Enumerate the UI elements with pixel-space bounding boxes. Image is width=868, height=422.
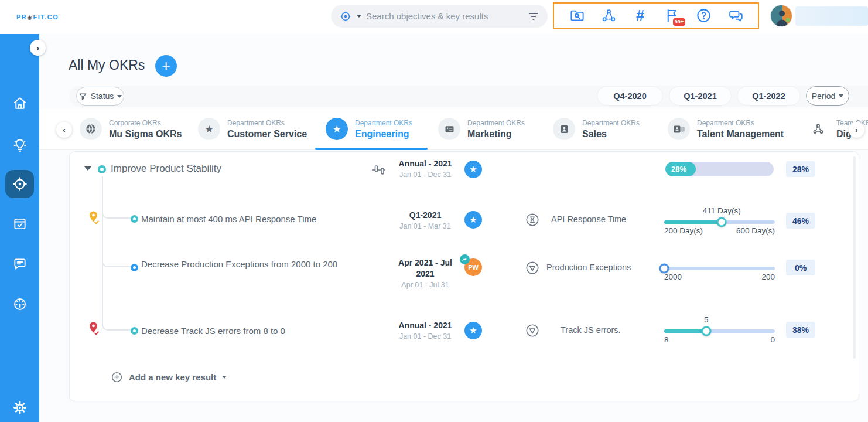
tab-sales[interactable]: Department OKRsSales bbox=[553, 118, 640, 140]
feedback-chat-icon[interactable] bbox=[726, 7, 744, 25]
key-result-progress-badge: 46% bbox=[786, 213, 815, 229]
profit-co-logo: PR◉FIT.CO bbox=[16, 13, 59, 21]
user-avatar[interactable] bbox=[771, 5, 792, 26]
tabs-scroll-left-button[interactable]: ‹ bbox=[56, 122, 72, 138]
period-dropdown-label: Period bbox=[812, 91, 835, 101]
tabs-scroll-right-button[interactable]: › bbox=[849, 122, 864, 138]
slider-handle[interactable] bbox=[701, 326, 711, 336]
key-result-title: Maintain at most 400 ms API Response Tim… bbox=[141, 210, 316, 228]
card-list-icon bbox=[438, 118, 460, 140]
notification-count-badge: 99+ bbox=[673, 18, 685, 26]
period-dropdown[interactable]: Period bbox=[806, 86, 849, 106]
status-filter-dropdown[interactable]: Status bbox=[76, 87, 124, 106]
funnel-icon bbox=[78, 92, 87, 101]
key-result-owner-avatar[interactable]: PW bbox=[464, 258, 482, 276]
objective-owner-avatar[interactable]: ★ bbox=[464, 161, 482, 178]
globe-icon bbox=[80, 118, 102, 140]
slider-track[interactable] bbox=[664, 267, 775, 270]
hashtag-icon[interactable]: # bbox=[631, 7, 649, 25]
tree-branch bbox=[102, 208, 131, 219]
okr-card: Improve Product Stability Annual - 2021 … bbox=[69, 151, 859, 401]
tab-mu-sigma-okrs[interactable]: Corporate OKRsMu Sigma OKRs bbox=[80, 118, 182, 140]
page-title: All My OKRs bbox=[69, 57, 145, 73]
key-result-period: Apr 2021 - Jul 2021 Apr 01 - Jul 31 bbox=[390, 257, 460, 291]
period-chip-q1-2021[interactable]: Q1-2021 bbox=[669, 86, 732, 106]
flag-notifications-icon[interactable]: 99+ bbox=[663, 7, 681, 25]
slider-handle[interactable] bbox=[659, 264, 669, 274]
key-result-progress-badge: 38% bbox=[786, 322, 815, 338]
objective-title: Improve Product Stability bbox=[111, 163, 221, 175]
tasks-calendar-icon[interactable] bbox=[12, 216, 28, 232]
tab-marketing[interactable]: Department OKRsMarketing bbox=[438, 118, 525, 140]
caret-down-icon bbox=[222, 376, 227, 379]
key-result-title: Decrease Track JS errors from 8 to 0 bbox=[141, 322, 285, 340]
star-icon: ★ bbox=[469, 164, 477, 175]
caret-down-icon bbox=[839, 94, 843, 97]
tree-trunk-line bbox=[102, 176, 103, 322]
key-result-owner-avatar[interactable]: ★ bbox=[464, 211, 482, 229]
sidebar-expand-button[interactable]: › bbox=[30, 40, 46, 56]
add-key-result-button[interactable]: Add a new key result bbox=[111, 371, 227, 383]
active-tab-underline bbox=[315, 148, 428, 150]
search-scope-caret-icon[interactable] bbox=[357, 15, 361, 18]
tab-talent-management[interactable]: Department OKRsTalent Management bbox=[668, 118, 784, 140]
tab-engineering[interactable]: ★ Department OKRsEngineering bbox=[326, 118, 412, 140]
kpi-name: Production Exceptions bbox=[546, 263, 631, 272]
gear-icon[interactable] bbox=[12, 400, 28, 415]
collapse-objective-caret[interactable] bbox=[84, 166, 91, 171]
add-objective-button[interactable]: + bbox=[155, 55, 177, 77]
key-result-owner-avatar[interactable]: ★ bbox=[464, 322, 482, 339]
filter-lines-icon[interactable] bbox=[528, 11, 539, 22]
folder-search-icon[interactable] bbox=[568, 7, 586, 25]
sidebar-item-okrs-active[interactable] bbox=[5, 170, 34, 198]
quick-access-toolbar: # 99+ bbox=[553, 2, 759, 29]
key-result-bullet-icon bbox=[131, 215, 138, 223]
objective-progress-bar: 28% bbox=[665, 162, 774, 176]
key-result-bullet-icon bbox=[131, 327, 138, 335]
kpi-slider[interactable]: 2000 200 bbox=[664, 267, 775, 270]
hourglass-icon bbox=[525, 212, 540, 227]
status-filter-label: Status bbox=[91, 91, 114, 101]
chat-icon[interactable] bbox=[12, 257, 28, 272]
slider-handle[interactable] bbox=[717, 217, 727, 227]
key-result-title: Decrease Production Exceptions from 2000… bbox=[141, 256, 358, 273]
help-icon[interactable] bbox=[695, 7, 712, 25]
tune-sliders-icon[interactable] bbox=[371, 163, 386, 179]
period-chip-q1-2022[interactable]: Q1-2022 bbox=[737, 86, 801, 106]
card-scrollbar[interactable] bbox=[853, 156, 856, 359]
objective-progress-badge: 28% bbox=[786, 161, 815, 177]
slider-max-label: 0 bbox=[770, 335, 775, 344]
slider-min-label: 200 Day(s) bbox=[664, 226, 703, 235]
key-result-bullet-icon bbox=[131, 264, 138, 271]
tab-customer-service[interactable]: ★ Department OKRsCustomer Service bbox=[198, 118, 307, 140]
chevron-right-icon: › bbox=[36, 43, 39, 53]
star-icon: ★ bbox=[469, 215, 477, 225]
slider-max-label: 200 bbox=[761, 273, 775, 281]
period-chip-q4-2020[interactable]: Q4-2020 bbox=[597, 86, 663, 106]
decrease-kpi-icon bbox=[525, 323, 540, 338]
user-name-redacted bbox=[795, 6, 868, 26]
org-hierarchy-icon[interactable] bbox=[600, 7, 617, 25]
gauge-icon[interactable] bbox=[12, 297, 28, 312]
objective-period: Annual - 2021 Jan 01 - Dec 31 bbox=[390, 158, 460, 181]
global-search[interactable] bbox=[331, 5, 548, 28]
sidebar-nav bbox=[0, 34, 39, 422]
badge-icon bbox=[668, 118, 690, 140]
top-bar: PR◉FIT.CO # 99+ bbox=[0, 0, 868, 34]
slider-current-value: 411 Day(s) bbox=[703, 206, 741, 215]
slider-min-label: 8 bbox=[664, 335, 669, 344]
red-pin-check-icon bbox=[87, 321, 101, 336]
yellow-pin-check-icon bbox=[87, 210, 101, 226]
add-key-result-label: Add a new key result bbox=[129, 372, 216, 382]
kpi-slider[interactable]: 5 8 0 bbox=[664, 329, 775, 333]
search-input[interactable] bbox=[366, 11, 523, 21]
kpi-slider[interactable]: 411 Day(s) 200 Day(s) 600 Day(s) bbox=[664, 220, 775, 224]
circle-plus-icon bbox=[111, 371, 123, 383]
star-icon: ★ bbox=[469, 325, 477, 336]
key-result-period: Annual - 2021 Jan 01 - Dec 31 bbox=[390, 320, 460, 342]
lightbulb-icon[interactable] bbox=[12, 138, 28, 153]
home-icon[interactable] bbox=[12, 96, 28, 111]
avatar-initials: PW bbox=[468, 264, 479, 271]
cascade-arrow-icon bbox=[460, 254, 470, 264]
key-result-progress-badge: 0% bbox=[786, 260, 815, 275]
